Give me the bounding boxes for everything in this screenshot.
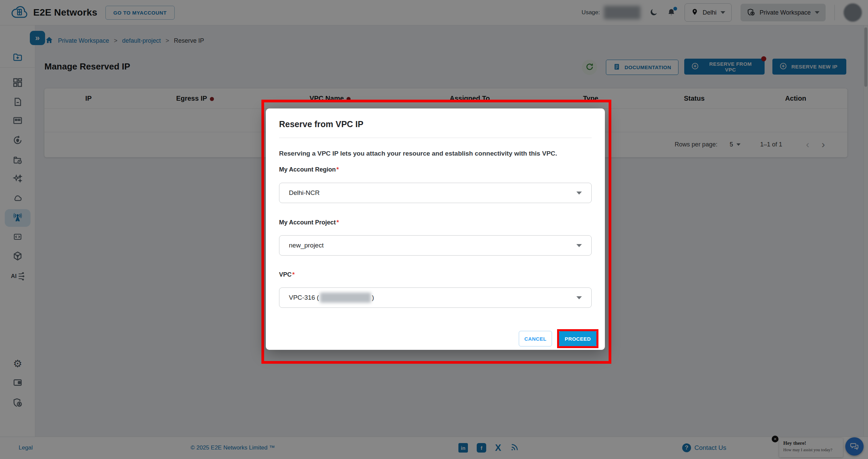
vpc-select-value: VPC-316 () <box>289 293 374 303</box>
required-asterisk: * <box>336 166 339 173</box>
cancel-button[interactable]: CANCEL <box>519 331 552 346</box>
modal-description: Reserving a VPC IP lets you attach your … <box>279 150 557 157</box>
project-select-value: new_project <box>289 242 323 249</box>
region-select[interactable]: Delhi-NCR <box>279 183 592 203</box>
modal-title-divider <box>279 138 592 138</box>
reserve-from-vpc-modal: Reserve from VPC IP Reserving a VPC IP l… <box>266 108 605 350</box>
proceed-annotation-box: PROCEED <box>557 329 598 348</box>
vpc-field-label: VPC* <box>279 271 295 278</box>
chevron-down-icon <box>576 296 582 299</box>
proceed-button[interactable]: PROCEED <box>559 331 596 346</box>
redacted-vpc-id <box>320 293 371 303</box>
vpc-select[interactable]: VPC-316 () <box>279 287 592 308</box>
project-field-label: My Account Project* <box>279 219 339 226</box>
e2e-console-screen: E2E Networks GO TO MYACCOUNT Usage: <box>0 0 868 459</box>
required-asterisk: * <box>336 219 339 226</box>
region-select-value: Delhi-NCR <box>289 189 320 197</box>
project-select[interactable]: new_project <box>279 235 592 256</box>
chevron-down-icon <box>576 192 582 195</box>
region-field-label: My Account Region* <box>279 166 339 173</box>
modal-title: Reserve from VPC IP <box>279 119 363 129</box>
required-asterisk: * <box>292 271 295 278</box>
chevron-down-icon <box>576 244 582 247</box>
